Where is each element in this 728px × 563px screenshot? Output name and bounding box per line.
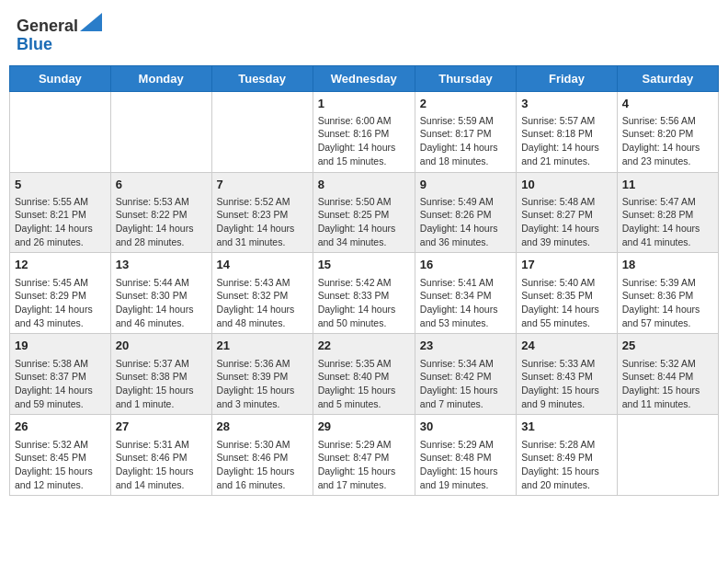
weekday-header: Tuesday xyxy=(211,65,313,91)
day-number: 15 xyxy=(318,257,410,273)
day-info: Sunrise: 5:57 AMSunset: 8:18 PMDaylight:… xyxy=(521,114,612,168)
day-number: 10 xyxy=(521,177,612,193)
day-number: 1 xyxy=(318,96,410,112)
day-info: Sunrise: 5:39 AMSunset: 8:36 PMDaylight:… xyxy=(622,276,713,330)
calendar-cell: 16Sunrise: 5:41 AMSunset: 8:34 PMDayligh… xyxy=(415,253,516,334)
day-number: 21 xyxy=(217,338,308,354)
calendar-cell: 12Sunrise: 5:45 AMSunset: 8:29 PMDayligh… xyxy=(10,253,111,334)
calendar-cell: 4Sunrise: 5:56 AMSunset: 8:20 PMDaylight… xyxy=(617,91,718,172)
day-info: Sunrise: 5:34 AMSunset: 8:42 PMDaylight:… xyxy=(420,357,511,411)
calendar-cell: 5Sunrise: 5:55 AMSunset: 8:21 PMDaylight… xyxy=(10,172,111,253)
calendar-cell: 23Sunrise: 5:34 AMSunset: 8:42 PMDayligh… xyxy=(415,334,516,415)
weekday-header: Sunday xyxy=(10,65,111,91)
day-info: Sunrise: 5:35 AMSunset: 8:40 PMDaylight:… xyxy=(318,357,410,411)
day-number: 19 xyxy=(15,338,106,354)
calendar-cell: 9Sunrise: 5:49 AMSunset: 8:26 PMDaylight… xyxy=(415,172,516,253)
day-info: Sunrise: 5:43 AMSunset: 8:32 PMDaylight:… xyxy=(217,276,308,330)
day-info: Sunrise: 5:45 AMSunset: 8:29 PMDaylight:… xyxy=(15,276,106,330)
day-number: 8 xyxy=(318,177,410,193)
day-info: Sunrise: 5:31 AMSunset: 8:46 PMDaylight:… xyxy=(116,438,207,492)
day-number: 12 xyxy=(15,257,106,273)
weekday-header: Saturday xyxy=(617,65,718,91)
day-number: 22 xyxy=(318,338,410,354)
calendar-table: SundayMondayTuesdayWednesdayThursdayFrid… xyxy=(9,65,719,497)
weekday-header: Wednesday xyxy=(313,65,415,91)
day-number: 18 xyxy=(622,257,713,273)
svg-marker-0 xyxy=(80,13,102,31)
calendar-cell: 2Sunrise: 5:59 AMSunset: 8:17 PMDaylight… xyxy=(415,91,516,172)
calendar-cell: 24Sunrise: 5:33 AMSunset: 8:43 PMDayligh… xyxy=(517,334,618,415)
day-number: 9 xyxy=(420,177,511,193)
calendar-cell xyxy=(10,91,111,172)
calendar-cell: 31Sunrise: 5:28 AMSunset: 8:49 PMDayligh… xyxy=(517,415,618,496)
page-header: General Blue xyxy=(9,9,719,58)
day-info: Sunrise: 5:42 AMSunset: 8:33 PMDaylight:… xyxy=(318,276,410,330)
day-info: Sunrise: 5:29 AMSunset: 8:47 PMDaylight:… xyxy=(318,438,410,492)
day-info: Sunrise: 6:00 AMSunset: 8:16 PMDaylight:… xyxy=(318,114,410,168)
day-info: Sunrise: 5:37 AMSunset: 8:38 PMDaylight:… xyxy=(116,357,207,411)
calendar-week-row: 19Sunrise: 5:38 AMSunset: 8:37 PMDayligh… xyxy=(10,334,719,415)
calendar-cell: 8Sunrise: 5:50 AMSunset: 8:25 PMDaylight… xyxy=(313,172,415,253)
day-info: Sunrise: 5:56 AMSunset: 8:20 PMDaylight:… xyxy=(622,114,713,168)
day-info: Sunrise: 5:38 AMSunset: 8:37 PMDaylight:… xyxy=(15,357,106,411)
calendar-cell xyxy=(211,91,313,172)
calendar-cell xyxy=(617,415,718,496)
day-number: 23 xyxy=(420,338,511,354)
day-info: Sunrise: 5:52 AMSunset: 8:23 PMDaylight:… xyxy=(217,195,308,249)
calendar-cell: 26Sunrise: 5:32 AMSunset: 8:45 PMDayligh… xyxy=(10,415,111,496)
day-number: 16 xyxy=(420,257,511,273)
calendar-cell: 15Sunrise: 5:42 AMSunset: 8:33 PMDayligh… xyxy=(313,253,415,334)
day-info: Sunrise: 5:40 AMSunset: 8:35 PMDaylight:… xyxy=(521,276,612,330)
calendar-cell: 18Sunrise: 5:39 AMSunset: 8:36 PMDayligh… xyxy=(617,253,718,334)
calendar-cell: 30Sunrise: 5:29 AMSunset: 8:48 PMDayligh… xyxy=(415,415,516,496)
day-info: Sunrise: 5:55 AMSunset: 8:21 PMDaylight:… xyxy=(15,195,106,249)
calendar-cell: 10Sunrise: 5:48 AMSunset: 8:27 PMDayligh… xyxy=(517,172,618,253)
calendar-cell: 27Sunrise: 5:31 AMSunset: 8:46 PMDayligh… xyxy=(110,415,211,496)
day-info: Sunrise: 5:48 AMSunset: 8:27 PMDaylight:… xyxy=(521,195,612,249)
calendar-cell: 1Sunrise: 6:00 AMSunset: 8:16 PMDaylight… xyxy=(313,91,415,172)
day-info: Sunrise: 5:36 AMSunset: 8:39 PMDaylight:… xyxy=(217,357,308,411)
day-number: 6 xyxy=(116,177,207,193)
calendar-cell: 17Sunrise: 5:40 AMSunset: 8:35 PMDayligh… xyxy=(517,253,618,334)
logo-icon xyxy=(80,13,102,31)
day-info: Sunrise: 5:29 AMSunset: 8:48 PMDaylight:… xyxy=(420,438,511,492)
day-info: Sunrise: 5:33 AMSunset: 8:43 PMDaylight:… xyxy=(521,357,612,411)
calendar-cell: 19Sunrise: 5:38 AMSunset: 8:37 PMDayligh… xyxy=(10,334,111,415)
day-number: 26 xyxy=(15,419,106,435)
calendar-cell: 14Sunrise: 5:43 AMSunset: 8:32 PMDayligh… xyxy=(211,253,313,334)
calendar-week-row: 5Sunrise: 5:55 AMSunset: 8:21 PMDaylight… xyxy=(10,172,719,253)
calendar-week-row: 12Sunrise: 5:45 AMSunset: 8:29 PMDayligh… xyxy=(10,253,719,334)
day-number: 31 xyxy=(521,419,612,435)
calendar-cell: 20Sunrise: 5:37 AMSunset: 8:38 PMDayligh… xyxy=(110,334,211,415)
day-info: Sunrise: 5:44 AMSunset: 8:30 PMDaylight:… xyxy=(116,276,207,330)
calendar-header-row: SundayMondayTuesdayWednesdayThursdayFrid… xyxy=(10,65,719,91)
calendar-cell: 29Sunrise: 5:29 AMSunset: 8:47 PMDayligh… xyxy=(313,415,415,496)
calendar-cell xyxy=(110,91,211,172)
day-number: 29 xyxy=(318,419,410,435)
day-info: Sunrise: 5:30 AMSunset: 8:46 PMDaylight:… xyxy=(217,438,308,492)
day-number: 17 xyxy=(521,257,612,273)
calendar-cell: 7Sunrise: 5:52 AMSunset: 8:23 PMDaylight… xyxy=(211,172,313,253)
calendar-cell: 25Sunrise: 5:32 AMSunset: 8:44 PMDayligh… xyxy=(617,334,718,415)
day-number: 20 xyxy=(116,338,207,354)
day-info: Sunrise: 5:41 AMSunset: 8:34 PMDaylight:… xyxy=(420,276,511,330)
day-number: 11 xyxy=(622,177,713,193)
calendar-cell: 21Sunrise: 5:36 AMSunset: 8:39 PMDayligh… xyxy=(211,334,313,415)
calendar-cell: 28Sunrise: 5:30 AMSunset: 8:46 PMDayligh… xyxy=(211,415,313,496)
day-number: 27 xyxy=(116,419,207,435)
day-info: Sunrise: 5:53 AMSunset: 8:22 PMDaylight:… xyxy=(116,195,207,249)
day-number: 13 xyxy=(116,257,207,273)
logo-general: General xyxy=(17,17,78,35)
day-info: Sunrise: 5:32 AMSunset: 8:44 PMDaylight:… xyxy=(622,357,713,411)
weekday-header: Monday xyxy=(110,65,211,91)
day-info: Sunrise: 5:47 AMSunset: 8:28 PMDaylight:… xyxy=(622,195,713,249)
day-number: 28 xyxy=(217,419,308,435)
day-number: 2 xyxy=(420,96,511,112)
calendar-cell: 3Sunrise: 5:57 AMSunset: 8:18 PMDaylight… xyxy=(517,91,618,172)
calendar-cell: 6Sunrise: 5:53 AMSunset: 8:22 PMDaylight… xyxy=(110,172,211,253)
weekday-header: Thursday xyxy=(415,65,516,91)
day-number: 3 xyxy=(521,96,612,112)
day-info: Sunrise: 5:32 AMSunset: 8:45 PMDaylight:… xyxy=(15,438,106,492)
day-number: 4 xyxy=(622,96,713,112)
calendar-cell: 13Sunrise: 5:44 AMSunset: 8:30 PMDayligh… xyxy=(110,253,211,334)
